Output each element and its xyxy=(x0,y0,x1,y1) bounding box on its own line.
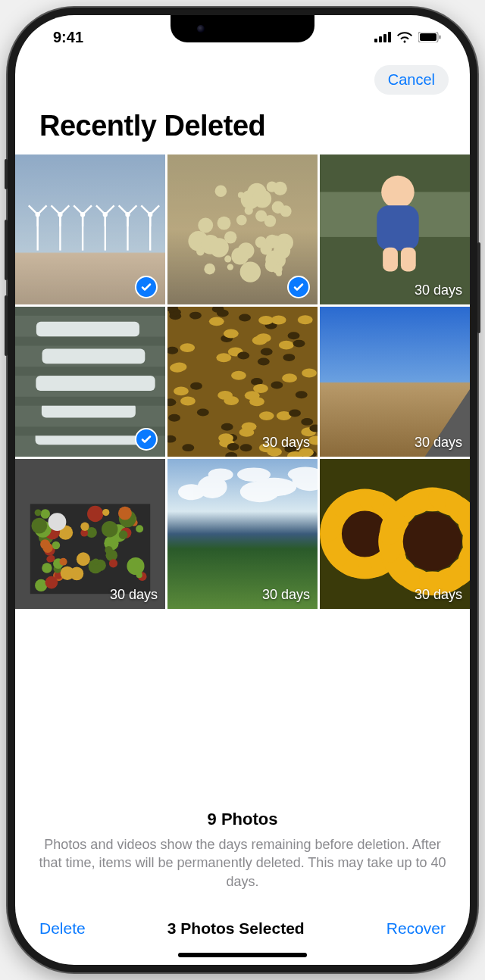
svg-point-137 xyxy=(259,411,274,420)
svg-point-138 xyxy=(190,382,202,390)
bottom-toolbar: Delete 3 Photos Selected Recover xyxy=(15,909,470,944)
svg-point-14 xyxy=(58,213,61,216)
svg-point-40 xyxy=(275,234,293,252)
volume-up xyxy=(5,220,8,280)
svg-rect-94 xyxy=(15,397,165,406)
svg-point-119 xyxy=(231,371,246,380)
photo-thumb[interactable] xyxy=(167,154,318,304)
svg-point-100 xyxy=(221,423,233,431)
svg-point-208 xyxy=(45,576,58,589)
svg-point-50 xyxy=(253,190,271,208)
page-title: Recently Deleted xyxy=(15,105,470,154)
svg-point-162 xyxy=(217,310,229,317)
volume-down xyxy=(5,295,8,356)
days-remaining: 30 days xyxy=(415,282,462,298)
svg-line-15 xyxy=(52,205,61,214)
svg-point-153 xyxy=(282,373,297,382)
svg-point-51 xyxy=(245,206,253,214)
photo-thumb[interactable]: 30 days xyxy=(320,154,470,304)
svg-point-135 xyxy=(180,397,196,406)
days-remaining: 30 days xyxy=(262,587,310,603)
svg-point-57 xyxy=(227,264,233,270)
svg-rect-87 xyxy=(42,348,146,364)
svg-point-78 xyxy=(255,236,267,248)
svg-point-201 xyxy=(35,509,42,516)
svg-line-11 xyxy=(38,205,47,214)
svg-point-52 xyxy=(201,235,221,254)
svg-line-36 xyxy=(150,205,159,214)
svg-point-154 xyxy=(288,332,300,339)
photo-thumb[interactable]: 30 days xyxy=(320,307,470,457)
svg-point-71 xyxy=(224,255,231,262)
svg-point-106 xyxy=(258,358,270,366)
status-icons xyxy=(374,32,441,43)
svg-point-99 xyxy=(180,343,195,352)
svg-line-20 xyxy=(74,205,83,214)
checkmark-icon xyxy=(135,428,158,451)
svg-point-151 xyxy=(174,386,189,395)
svg-point-158 xyxy=(227,443,239,451)
svg-point-70 xyxy=(280,205,292,217)
svg-point-161 xyxy=(209,317,224,326)
svg-point-159 xyxy=(216,353,231,362)
side-switch xyxy=(5,159,8,189)
svg-rect-83 xyxy=(383,248,398,272)
svg-point-155 xyxy=(258,316,274,325)
svg-point-72 xyxy=(198,218,213,233)
svg-point-81 xyxy=(381,176,415,209)
svg-point-132 xyxy=(168,414,180,422)
svg-point-112 xyxy=(296,391,308,398)
svg-rect-1 xyxy=(379,36,382,42)
svg-point-183 xyxy=(102,521,117,537)
summary-desc: Photos and videos show the days remainin… xyxy=(33,835,452,891)
svg-point-122 xyxy=(271,382,283,389)
svg-rect-86 xyxy=(36,322,139,337)
svg-rect-2 xyxy=(383,34,386,42)
svg-point-217 xyxy=(80,523,89,531)
battery-icon xyxy=(418,32,441,42)
home-indicator[interactable] xyxy=(178,953,307,957)
photo-thumb[interactable]: 30 days xyxy=(167,459,318,609)
photo-thumb[interactable]: 30 days xyxy=(167,307,318,457)
photo-thumb[interactable]: 30 days xyxy=(15,459,165,609)
svg-point-43 xyxy=(217,217,231,230)
power-button xyxy=(477,242,480,333)
nav-bar: Cancel xyxy=(15,59,470,105)
svg-point-157 xyxy=(253,384,268,393)
svg-point-185 xyxy=(87,506,103,522)
svg-rect-93 xyxy=(15,367,165,376)
delete-button[interactable]: Delete xyxy=(39,919,86,938)
photo-thumb[interactable] xyxy=(15,154,165,304)
svg-line-30 xyxy=(119,205,128,214)
cancel-button[interactable]: Cancel xyxy=(374,65,449,95)
svg-point-265 xyxy=(403,512,462,571)
svg-rect-88 xyxy=(36,376,155,391)
recover-button[interactable]: Recover xyxy=(386,919,446,938)
svg-point-63 xyxy=(264,215,277,227)
svg-rect-89 xyxy=(42,403,136,418)
svg-point-29 xyxy=(127,213,130,216)
svg-point-9 xyxy=(36,213,39,216)
svg-point-213 xyxy=(61,566,74,580)
svg-point-221 xyxy=(48,513,67,531)
status-time: 9:41 xyxy=(53,29,83,46)
svg-point-47 xyxy=(255,210,267,221)
svg-point-68 xyxy=(265,258,279,272)
svg-line-16 xyxy=(60,205,69,214)
svg-rect-90 xyxy=(36,429,150,445)
photo-thumb[interactable]: 30 days xyxy=(320,459,470,609)
svg-point-109 xyxy=(217,391,233,400)
photo-thumb[interactable] xyxy=(15,307,165,457)
wifi-icon xyxy=(397,32,412,43)
svg-point-186 xyxy=(40,509,50,519)
days-remaining: 30 days xyxy=(262,435,310,451)
summary-count: 9 Photos xyxy=(33,810,452,829)
svg-point-24 xyxy=(104,213,107,216)
svg-point-126 xyxy=(240,444,252,451)
svg-line-35 xyxy=(141,205,150,214)
selection-status: 3 Photos Selected xyxy=(167,919,305,938)
svg-point-160 xyxy=(293,340,305,348)
svg-point-218 xyxy=(136,525,143,532)
svg-point-194 xyxy=(93,559,99,565)
svg-line-21 xyxy=(83,205,92,214)
